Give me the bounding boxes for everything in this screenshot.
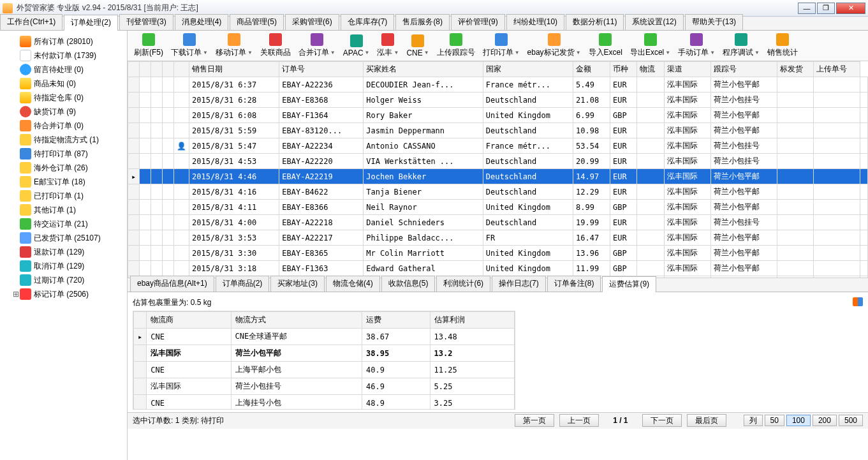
toolbar-button[interactable]: 刷新(F5)	[130, 32, 167, 59]
tree-node[interactable]: 缺货订单 (9)	[1, 105, 126, 119]
page-prev[interactable]: 上一页	[559, 414, 599, 427]
toolbar-button[interactable]: 下载订单▼	[167, 32, 212, 59]
detail-tab[interactable]: 操作日志(7)	[492, 276, 546, 292]
table-row[interactable]: 2015/8/31 3:30EBAY-E8365Mr Colin Marriot…	[128, 246, 868, 261]
top-tab[interactable]: 售后服务(8)	[395, 14, 450, 30]
detail-tab[interactable]: 利润统计(6)	[436, 276, 490, 292]
page-size[interactable]: 500	[839, 415, 863, 426]
toolbar-button[interactable]: ebay标记发货▼	[524, 32, 585, 59]
table-row[interactable]: 2015/8/31 4:00EBAY-A22218Daniel Schniede…	[128, 215, 868, 230]
list-button[interactable]: 列	[744, 415, 763, 426]
toolbar-button[interactable]: 导出Excel▼	[626, 32, 674, 59]
col-header[interactable]: 上传单号	[814, 62, 860, 77]
tree-node[interactable]: 过期订单 (720)	[1, 273, 126, 287]
table-row[interactable]: 2015/8/31 3:53EBAY-A22217Philippe Baldac…	[128, 230, 868, 246]
tree-node[interactable]: 其他订单 (1)	[1, 203, 126, 217]
detail-tab[interactable]: 买家地址(3)	[270, 276, 325, 292]
col-header[interactable]: 跟踪号	[710, 62, 777, 77]
tree-node[interactable]: 待打印订单 (87)	[1, 147, 126, 161]
toolbar-button[interactable]: 移动订单▼	[212, 32, 256, 59]
tree-node[interactable]: 所有订单 (28010)	[1, 34, 126, 48]
col-header[interactable]: 物流方式	[231, 312, 362, 329]
top-tab[interactable]: 仓库库存(7)	[341, 14, 395, 30]
table-row[interactable]: ▸CNECNE全球通平邮38.6713.48	[134, 329, 515, 345]
toolbar-button[interactable]: CNE▼	[402, 33, 432, 59]
detail-tab[interactable]: 订单备注(8)	[547, 276, 601, 292]
table-row[interactable]: 2015/8/31 3:18EBAY-F1363Edward GatheralU…	[128, 261, 868, 276]
toolbar-button[interactable]: 程序调试▼	[719, 32, 763, 59]
col-header[interactable]: 订单号	[279, 62, 364, 77]
col-header[interactable]: 物流	[637, 62, 664, 77]
table-row[interactable]: 2015/8/31 5:59EBAY-83120...Jasmin Depper…	[128, 123, 868, 138]
maximize-button[interactable]: ❐	[817, 3, 835, 14]
tree-node[interactable]: 未付款订单 (1739)	[1, 48, 126, 63]
detail-tab[interactable]: 物流仓储(4)	[326, 276, 380, 292]
page-size[interactable]: 50	[765, 415, 784, 426]
top-tab[interactable]: 刊登管理(3)	[119, 14, 173, 30]
toolbar-button[interactable]: 销售统计	[763, 32, 802, 59]
tree-node[interactable]: 海外仓订单 (26)	[1, 161, 126, 175]
close-button[interactable]: ✕	[836, 3, 865, 14]
top-tab[interactable]: 系统设置(12)	[625, 14, 683, 30]
page-size[interactable]: 100	[786, 415, 811, 426]
toolbar-button[interactable]: 打印订单▼	[479, 32, 524, 59]
top-tab[interactable]: 消息处理(4)	[175, 14, 229, 30]
col-header[interactable]: 销售日期	[189, 62, 279, 77]
page-next[interactable]: 下一页	[642, 414, 682, 427]
detail-tab[interactable]: 订单商品(2)	[216, 276, 270, 292]
page-last[interactable]: 最后页	[687, 414, 726, 427]
top-tab[interactable]: 帮助关于(13)	[685, 14, 743, 30]
table-row[interactable]: 2015/8/31 4:11EBAY-E8366Neil RaynorUnite…	[128, 200, 868, 215]
detail-tab[interactable]: 运费估算(9)	[602, 276, 656, 292]
page-size[interactable]: 200	[813, 415, 837, 426]
tree-node[interactable]: 取消订单 (129)	[1, 259, 126, 273]
top-tab[interactable]: 评价管理(9)	[451, 14, 505, 30]
toolbar-button[interactable]: APAC▼	[339, 33, 374, 59]
top-tab[interactable]: 数据分析(11)	[566, 14, 624, 30]
tree-node[interactable]: 待交运订单 (21)	[1, 217, 126, 231]
table-row[interactable]: CNE上海平邮小包40.911.25	[134, 362, 515, 378]
freight-grid[interactable]: 物流商物流方式运费估算利润▸CNECNE全球通平邮38.6713.48泓丰国际荷…	[133, 311, 515, 410]
col-header[interactable]: 金额	[573, 62, 610, 77]
detail-tab[interactable]: 收款信息(5)	[381, 276, 436, 292]
toolbar-button[interactable]: 上传跟踪号	[433, 32, 479, 59]
table-row[interactable]: 👤2015/8/31 5:47EBAY-A22234Antonio CASSAN…	[128, 138, 868, 154]
tree-node[interactable]: 已打印订单 (1)	[1, 189, 126, 203]
col-header[interactable]: 物流商	[147, 312, 231, 329]
book-icon[interactable]	[853, 297, 863, 306]
table-row[interactable]: 泓丰国际荷兰小包平邮38.9513.2	[134, 345, 515, 362]
table-row[interactable]: 2015/8/31 4:16EBAY-B4622Tanja BienerDeut…	[128, 184, 868, 200]
detail-tab[interactable]: ebay商品信息(Alt+1)	[130, 276, 214, 292]
tree-node[interactable]: 待合并订单 (0)	[1, 119, 126, 133]
table-row[interactable]: ▸2015/8/31 4:46EBAY-A22219Jochen BekkerD…	[128, 169, 868, 184]
col-header[interactable]: 币种	[610, 62, 636, 77]
col-header[interactable]: 估算利润	[430, 312, 514, 329]
top-tab[interactable]: 工作台(Ctrl+1)	[0, 14, 63, 30]
tree-node[interactable]: 已发货订单 (25107)	[1, 231, 126, 245]
table-row[interactable]: 2015/8/31 6:08EBAY-F1364Rory BakerUnited…	[128, 108, 868, 123]
minimize-button[interactable]: —	[798, 3, 816, 14]
table-row[interactable]: 2015/8/31 4:53EBAY-A22220VIA Werkstätten…	[128, 154, 868, 169]
table-row[interactable]: 泓丰国际荷兰小包挂号46.95.25	[134, 378, 515, 395]
tree-node[interactable]: E邮宝订单 (18)	[1, 175, 126, 189]
tree-node[interactable]: 留言待处理 (0)	[1, 63, 126, 77]
page-first[interactable]: 第一页	[515, 414, 554, 427]
tree-node[interactable]: 待指定物流方式 (1)	[1, 133, 126, 147]
top-tab[interactable]: 纠纷处理(10)	[506, 14, 564, 30]
toolbar-button[interactable]: 泓丰▼	[373, 32, 402, 59]
tree-node[interactable]: ⊞标记订单 (2506)	[1, 287, 126, 301]
col-header[interactable]: 运费	[362, 312, 430, 329]
col-header[interactable]: 渠道	[664, 62, 710, 77]
col-header[interactable]: 国家	[483, 62, 573, 77]
orders-grid[interactable]: 销售日期订单号买家姓名国家金额币种物流渠道跟踪号标发货上传单号2015/8/31…	[128, 61, 868, 278]
top-tab[interactable]: 采购管理(6)	[285, 14, 339, 30]
toolbar-button[interactable]: 手动订单▼	[674, 32, 719, 59]
col-header[interactable]: 买家姓名	[364, 62, 483, 77]
col-header[interactable]: 标发货	[777, 62, 814, 77]
tree-node[interactable]: 商品未知 (0)	[1, 77, 126, 91]
toolbar-button[interactable]: 合并订单▼	[295, 32, 339, 59]
toolbar-button[interactable]: 导入Excel	[585, 32, 626, 59]
tree-node[interactable]: 待指定仓库 (0)	[1, 91, 126, 105]
table-row[interactable]: CNE上海挂号小包48.93.25	[134, 395, 515, 410]
toolbar-button[interactable]: 关联商品	[256, 32, 295, 59]
